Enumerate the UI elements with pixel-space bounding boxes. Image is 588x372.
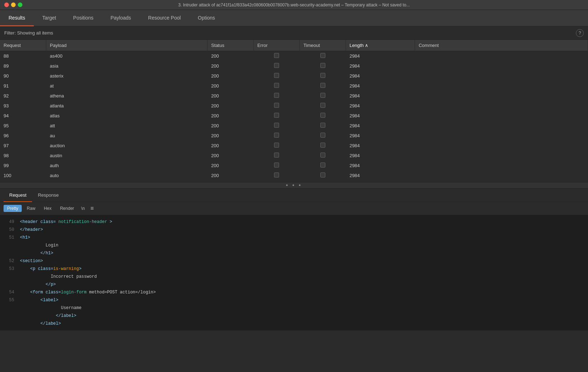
error-checkbox[interactable] — [274, 163, 279, 168]
results-table: Request Payload Status Error Timeout Len… — [0, 40, 588, 182]
timeout-checkbox[interactable] — [320, 163, 325, 168]
sub-tab-response[interactable]: Response — [32, 188, 64, 202]
code-line-54: 54 <form class=login-form method=POST ac… — [0, 288, 588, 296]
table-row[interactable]: 100auto2002984 — [0, 171, 588, 181]
timeout-checkbox[interactable] — [320, 172, 325, 177]
error-checkbox[interactable] — [274, 103, 279, 108]
tab-options[interactable]: Options — [189, 10, 224, 26]
error-checkbox[interactable] — [274, 143, 279, 148]
filter-help-button[interactable]: ? — [576, 29, 584, 37]
table-row[interactable]: 96au2002984 — [0, 131, 588, 141]
timeout-checkbox[interactable] — [320, 83, 325, 88]
col-header-payload[interactable]: Payload — [46, 40, 208, 51]
table-body: 88as400200298489asia200298490asterix2002… — [0, 51, 588, 182]
title-bar: 3. Intruder attack of ac741f1a1f833a42c0… — [0, 0, 588, 10]
table-row[interactable]: 88as4002002984 — [0, 51, 588, 61]
timeout-checkbox[interactable] — [320, 113, 325, 118]
code-line-55: 55 <label> Username </label> — [0, 296, 588, 320]
code-line-53: 53 <p class=is-warning> Incorrect passwo… — [0, 265, 588, 288]
code-pane[interactable]: 49 <header class= notification-header > … — [0, 215, 588, 330]
close-button[interactable] — [4, 2, 9, 7]
filter-bar: Filter: Showing all items ? — [0, 26, 588, 40]
table-row[interactable]: 89asia2002984 — [0, 61, 588, 71]
sub-tab-request[interactable]: Request — [4, 188, 32, 202]
col-header-status[interactable]: Status — [208, 40, 254, 51]
format-render-button[interactable]: Render — [57, 205, 78, 212]
code-line-56: </label> — [0, 320, 588, 328]
error-checkbox[interactable] — [274, 123, 279, 128]
error-checkbox[interactable] — [274, 153, 279, 158]
col-header-comment[interactable]: Comment — [415, 40, 588, 51]
col-header-timeout[interactable]: Timeout — [300, 40, 346, 51]
error-checkbox[interactable] — [274, 73, 279, 78]
tab-resource-pool[interactable]: Resource Pool — [140, 10, 189, 26]
code-line-51: 51 <h1> Login </h1> — [0, 234, 588, 257]
timeout-checkbox[interactable] — [320, 143, 325, 148]
timeout-checkbox[interactable] — [320, 93, 325, 98]
filter-label: Filter: Showing all items — [4, 30, 53, 36]
format-hex-button[interactable]: Hex — [40, 205, 55, 212]
format-bar: Pretty Raw Hex Render \n ≡ — [0, 202, 588, 215]
tab-positions[interactable]: Positions — [65, 10, 102, 26]
error-checkbox[interactable] — [274, 113, 279, 118]
format-raw-button[interactable]: Raw — [23, 205, 39, 212]
bottom-pane: Request Response Pretty Raw Hex Render \… — [0, 188, 588, 330]
table-row[interactable]: 93atlanta2002984 — [0, 101, 588, 111]
table-row[interactable]: 90asterix2002984 — [0, 71, 588, 81]
timeout-checkbox[interactable] — [320, 103, 325, 108]
code-line-52: 52 <section> — [0, 257, 588, 265]
sub-tab-bar: Request Response — [0, 188, 588, 202]
col-header-error[interactable]: Error — [253, 40, 300, 51]
error-checkbox[interactable] — [274, 63, 279, 68]
table-header-row: Request Payload Status Error Timeout Len… — [0, 40, 588, 51]
timeout-checkbox[interactable] — [320, 153, 325, 158]
table-row[interactable]: 99auth2002984 — [0, 161, 588, 171]
format-pretty-button[interactable]: Pretty — [4, 205, 22, 212]
table-row[interactable]: 92athena2002984 — [0, 91, 588, 101]
error-checkbox[interactable] — [274, 93, 279, 98]
error-checkbox[interactable] — [274, 83, 279, 88]
timeout-checkbox[interactable] — [320, 133, 325, 138]
main-tab-bar: Results Target Positions Payloads Resour… — [0, 10, 588, 26]
col-header-length[interactable]: Length ∧ — [346, 40, 415, 51]
table-row[interactable]: 95att2002984 — [0, 121, 588, 131]
newline-button[interactable]: \n — [79, 205, 87, 212]
window-title: 3. Intruder attack of ac741f1a1f833a42c0… — [178, 2, 410, 7]
table-row[interactable]: 94atlas2002984 — [0, 111, 588, 121]
maximize-button[interactable] — [18, 2, 22, 7]
divider-icon: • • • — [286, 182, 302, 188]
tab-results[interactable]: Results — [0, 10, 34, 26]
timeout-checkbox[interactable] — [320, 123, 325, 128]
results-table-container[interactable]: Request Payload Status Error Timeout Len… — [0, 40, 588, 182]
error-checkbox[interactable] — [274, 172, 279, 177]
tab-target[interactable]: Target — [34, 10, 65, 26]
timeout-checkbox[interactable] — [320, 53, 325, 58]
table-row[interactable]: 97auction2002984 — [0, 141, 588, 151]
error-checkbox[interactable] — [274, 53, 279, 58]
window-controls — [4, 2, 22, 7]
code-line-49: 49 <header class= notification-header > — [0, 218, 588, 226]
pane-divider[interactable]: • • • — [0, 182, 588, 188]
timeout-checkbox[interactable] — [320, 73, 325, 78]
error-checkbox[interactable] — [274, 133, 279, 138]
table-row[interactable]: 91at2002984 — [0, 81, 588, 91]
timeout-checkbox[interactable] — [320, 63, 325, 68]
tab-payloads[interactable]: Payloads — [102, 10, 140, 26]
code-line-50: 50 </header> — [0, 226, 588, 234]
table-row[interactable]: 98austin2002984 — [0, 151, 588, 161]
minimize-button[interactable] — [11, 2, 16, 7]
menu-button[interactable]: ≡ — [88, 204, 96, 213]
col-header-request[interactable]: Request — [0, 40, 46, 51]
